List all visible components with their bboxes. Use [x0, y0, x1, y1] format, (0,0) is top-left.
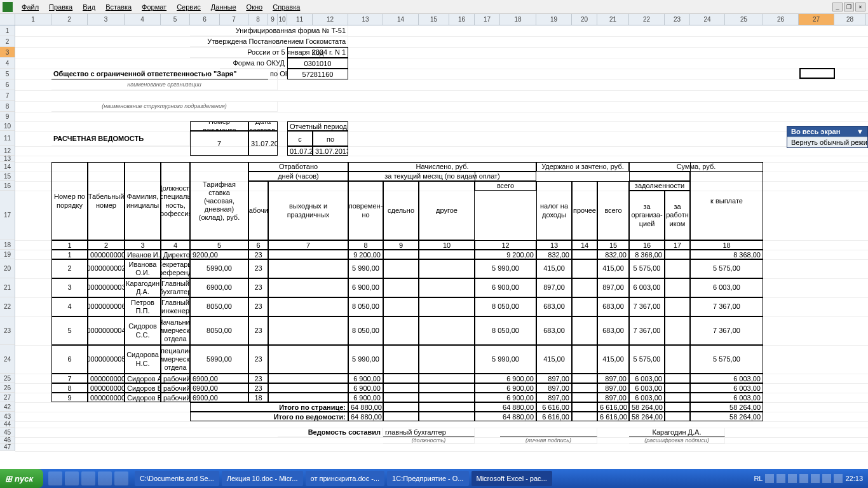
cell[interactable]: 18 [690, 240, 763, 250]
tray-icon[interactable] [811, 474, 820, 483]
cell[interactable]: Карагодин Д.А. [125, 278, 161, 297]
row-header[interactable]: 18 [0, 240, 15, 250]
row-header[interactable]: 7 [0, 90, 15, 101]
cell[interactable]: Отчетный период [287, 121, 348, 131]
cell[interactable] [383, 278, 419, 297]
row-header[interactable]: 27 [0, 393, 15, 402]
task-btn-active[interactable]: Microsoft Excel - рас... [471, 471, 552, 486]
cell[interactable]: Дата составл. [248, 121, 278, 131]
column-header[interactable]: 23 [665, 14, 690, 25]
task-btn[interactable]: C:\Documents and Se... [135, 471, 219, 486]
cell[interactable]: 0000000006 [88, 297, 125, 316]
row-header[interactable]: 47 [0, 444, 15, 451]
cell[interactable]: 0000000009 [88, 393, 125, 402]
cell[interactable]: 1 [51, 250, 88, 259]
table-header[interactable]: Должность (специаль-ность, профессия) [161, 162, 190, 240]
cell[interactable]: 6 003,00 [690, 374, 763, 383]
tray-icon[interactable] [765, 474, 774, 483]
cell[interactable]: 897,00 [536, 278, 572, 297]
cell[interactable]: 6 900,00 [475, 374, 536, 383]
select-all-corner[interactable] [0, 14, 15, 25]
cell[interactable]: 58 264,00 [690, 412, 763, 421]
row-header[interactable]: 12 [0, 146, 15, 156]
cell[interactable]: Главный бухгалтер [161, 278, 190, 297]
cell[interactable]: 5 575,00 [690, 345, 763, 374]
cell[interactable]: 1 [51, 240, 88, 250]
table-header[interactable]: повремен-но [348, 181, 383, 240]
column-header[interactable]: 11 [287, 14, 313, 25]
cell[interactable] [383, 297, 419, 316]
close-button[interactable]: × [855, 3, 865, 11]
cell[interactable]: 23 [248, 374, 268, 383]
cell[interactable] [268, 297, 348, 316]
row-header[interactable]: 9 [0, 112, 15, 121]
cell[interactable] [665, 374, 690, 383]
menu-window[interactable]: Окно [241, 2, 268, 12]
column-header[interactable]: 16 [449, 14, 475, 25]
cell[interactable]: 3 [51, 278, 88, 297]
minimize-button[interactable]: _ [832, 3, 843, 11]
cell[interactable] [572, 402, 597, 412]
cell[interactable] [665, 297, 690, 316]
menu-view[interactable]: Вид [78, 2, 100, 12]
cell[interactable]: 0000000008 [88, 374, 125, 383]
column-header[interactable]: 18 [500, 14, 536, 25]
row-header[interactable]: 42 [0, 402, 15, 412]
cell[interactable]: 16 [629, 240, 665, 250]
cell[interactable]: 12 [475, 240, 536, 250]
column-header[interactable]: 13 [348, 14, 383, 25]
ql-icon[interactable] [81, 471, 95, 485]
cell[interactable]: 6 003,00 [629, 374, 665, 383]
cell[interactable]: 6900,00 [190, 278, 248, 297]
cell[interactable]: Карагодин Д.А. [629, 428, 725, 437]
cell[interactable]: Форма по ОКУД [220, 58, 287, 69]
cell[interactable]: 4 [51, 297, 88, 316]
cell[interactable]: 6 616,00 [597, 412, 629, 421]
cell[interactable]: Специалист коммерческого отдела [161, 345, 190, 374]
cell[interactable] [419, 374, 475, 383]
cell[interactable]: 8 368,00 [690, 250, 763, 259]
cell[interactable]: 8 050,00 [348, 316, 383, 345]
cell[interactable]: 6 003,00 [690, 278, 763, 297]
cell[interactable]: (наименование структурного подразделения… [51, 101, 278, 112]
row-header[interactable]: 5 [0, 69, 15, 79]
cell[interactable]: 7 [268, 240, 348, 250]
row-header[interactable]: 19 [0, 250, 15, 259]
row-header[interactable]: 8 [0, 101, 15, 112]
cell[interactable]: Иванова О.И. [125, 259, 161, 278]
cell[interactable]: 5990,00 [190, 345, 248, 374]
cell[interactable]: 15 [597, 240, 629, 250]
column-header[interactable]: 14 [383, 14, 419, 25]
row-header[interactable]: 3 [0, 47, 15, 58]
cell[interactable]: Сидорова Н.С. [125, 345, 161, 374]
menu-format[interactable]: Формат [137, 2, 172, 12]
menu-file[interactable]: Файл [17, 2, 44, 12]
cell[interactable]: 415,00 [597, 345, 629, 374]
table-header[interactable]: налог на доходы [536, 181, 572, 240]
clock[interactable]: 22:13 [845, 475, 863, 482]
cell[interactable]: 6 900,00 [348, 374, 383, 383]
cell[interactable]: 7 367,00 [629, 297, 665, 316]
cell[interactable] [572, 383, 597, 393]
cell[interactable]: Итого по ведомости: [190, 412, 348, 421]
cell[interactable]: 13 [536, 240, 572, 250]
cell[interactable] [383, 374, 419, 383]
cell[interactable]: 5 [51, 316, 88, 345]
cell[interactable]: 6 900,00 [475, 393, 536, 402]
cell[interactable]: 8050,00 [190, 297, 248, 316]
cell[interactable] [383, 259, 419, 278]
column-header[interactable]: 1 [15, 14, 51, 25]
column-header[interactable]: 15 [419, 14, 449, 25]
cell[interactable]: 14 [572, 240, 597, 250]
column-header[interactable]: 9 [268, 14, 278, 25]
cell[interactable]: 64 880,00 [475, 412, 536, 421]
cell[interactable]: 5 575,00 [690, 259, 763, 278]
row-header[interactable]: 22 [0, 297, 15, 316]
cell[interactable]: 5 990,00 [475, 259, 536, 278]
cell[interactable]: 7 367,00 [690, 297, 763, 316]
cell[interactable] [268, 259, 348, 278]
column-header[interactable]: 28 [834, 14, 866, 25]
cell[interactable]: 23 [248, 297, 268, 316]
cell[interactable]: Сидоров С.С. [125, 316, 161, 345]
cell[interactable]: 832,00 [536, 250, 572, 259]
